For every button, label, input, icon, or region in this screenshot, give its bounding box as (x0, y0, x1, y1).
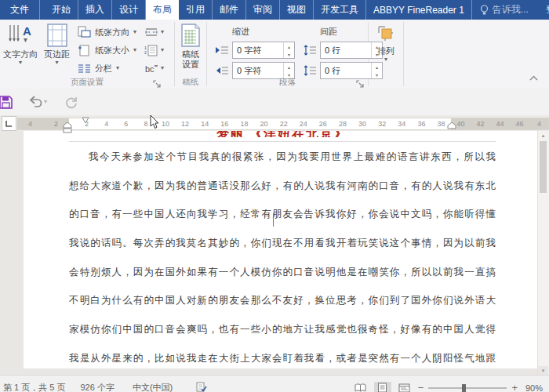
language-indicator[interactable]: 中文(中国) (133, 382, 173, 392)
chevron-up-icon (529, 75, 538, 81)
ruler-number: 42 (471, 120, 490, 128)
space-after-icon (303, 65, 317, 76)
manuscript-setup-icon (180, 24, 201, 47)
undo-button[interactable] (28, 96, 47, 108)
group-label-page-setup: 页面设置 (0, 77, 174, 88)
indent-right-input[interactable] (233, 63, 283, 78)
ruler-number: 32 (373, 120, 392, 128)
svg-text:2: 2 (144, 50, 147, 55)
ruler-number: 12 (176, 120, 195, 128)
proofing-status-icon[interactable] (196, 382, 207, 392)
tab-review[interactable]: 审阅 (246, 0, 280, 20)
right-indent-marker[interactable] (447, 122, 456, 129)
group-page-setup: A 文字方向 页边距 纸张方向 (0, 20, 174, 89)
tab-developer[interactable]: 开发工具 (314, 0, 366, 20)
undo-icon (28, 96, 42, 108)
web-layout-button[interactable] (396, 382, 413, 392)
indent-right-increase[interactable] (284, 63, 294, 71)
indent-left-icon (215, 45, 229, 56)
scrollbar-thumb[interactable] (540, 141, 547, 193)
print-layout-button[interactable] (374, 382, 391, 392)
ruler-number: 30 (353, 120, 373, 128)
space-before-input[interactable] (321, 42, 371, 58)
web-layout-icon (398, 383, 410, 392)
read-mode-icon (354, 383, 366, 392)
word-count[interactable]: 926 个字 (80, 382, 114, 392)
manuscript-setup-button[interactable]: 稿纸设置 (177, 21, 204, 78)
tab-abbyy-finereader[interactable]: ABBYY FineReader 1 (366, 0, 472, 20)
zoom-out-button[interactable]: − (418, 384, 424, 392)
margins-button[interactable]: 页边距 (41, 21, 73, 78)
read-mode-button[interactable] (352, 382, 369, 392)
tab-home[interactable]: 开始 (45, 0, 78, 20)
dropdown-icon (133, 47, 136, 53)
tab-file[interactable]: 文件 (0, 0, 40, 20)
document-line: 家模仿你们中国的口音会爽吗，也有一些小的地方让我感觉也很奇怪，好像有的中国人觉得 (69, 315, 496, 344)
indent-right-icon (215, 65, 229, 76)
hyphenation-button[interactable]: bc (144, 60, 164, 76)
ruler-number: 20 (254, 120, 274, 128)
indent-left-increase[interactable] (284, 42, 294, 50)
dropdown-icon (161, 65, 164, 71)
indent-left-input[interactable] (233, 42, 283, 58)
orientation-button[interactable]: 纸张方向 (78, 24, 136, 40)
hyphenation-icon: bc (144, 63, 158, 74)
ruler-number: 4 (17, 120, 43, 128)
spellcheck-icon (196, 382, 207, 392)
indent-left-field (232, 42, 295, 59)
ruler-number: 4 (529, 120, 549, 128)
document-line: 想给大家道个歉，因为我的普通话没那么好，有的人说我有河南的口音，有的人说我有东北 (69, 172, 496, 201)
ruler-number: 14 (195, 120, 215, 128)
tab-insert[interactable]: 插入 (78, 0, 112, 20)
dialog-launcher-icon (153, 80, 162, 89)
hanging-indent-marker[interactable] (63, 122, 72, 133)
space-after-input[interactable] (321, 63, 371, 78)
document-line: 我说的话吗。每次弄的我莫名其妙的，你们现在不用看我开着玩笑说这个事情，因为以前我 (69, 229, 496, 258)
scroll-up-arrow[interactable] (538, 131, 548, 140)
scroll-down-arrow[interactable] (538, 366, 548, 375)
tab-design[interactable]: 设计 (112, 0, 146, 20)
first-line-indent-marker[interactable] (82, 117, 89, 124)
title-rule (69, 141, 496, 142)
ruler-number: 44 (490, 120, 510, 128)
paper-size-button[interactable]: 纸张大小 (78, 42, 136, 58)
ruler-number: 4 (96, 120, 116, 128)
dialog-launcher-icon (356, 80, 365, 89)
dropdown-icon (161, 29, 164, 35)
indent-column: 缩进 (215, 26, 295, 82)
zoom-slider-thumb[interactable] (462, 384, 466, 392)
print-layout-icon (377, 383, 387, 392)
page-indicator[interactable]: 第 1 页，共 5 页 (3, 382, 65, 392)
tab-mailings[interactable]: 邮件 (213, 0, 246, 20)
undo-dropdown-icon[interactable] (44, 99, 47, 105)
ruler-number: 36 (412, 120, 431, 128)
tab-view[interactable]: 视图 (280, 0, 314, 20)
arrange-icon (376, 24, 396, 44)
document-page[interactable]: 梦丽 《洋妞在北京》 我今天来参加这个节目我真的很紧张，因为我要用世界上最难的语… (24, 131, 542, 368)
zoom-in-button[interactable]: + (511, 384, 518, 392)
zoom-slider[interactable] (428, 387, 507, 389)
page-setup-dialog-launcher[interactable] (153, 78, 162, 86)
sign-in-button[interactable]: 登录 (536, 0, 549, 20)
tab-layout[interactable]: 布局 (146, 0, 179, 20)
zoom-level[interactable]: 90% (525, 383, 543, 392)
redo-button[interactable] (64, 96, 78, 109)
ruler-scale[interactable]: 42 2468101214161820222426283032343638 40… (17, 118, 549, 130)
arrange-button[interactable]: 排列 (373, 21, 399, 78)
collapse-ribbon-button[interactable] (529, 70, 538, 84)
save-button[interactable] (0, 96, 13, 109)
line-numbers-button[interactable]: 12 (144, 42, 164, 58)
text-direction-button[interactable]: A 文字方向 (0, 21, 41, 78)
indent-left-decrease[interactable] (284, 50, 294, 58)
group-manuscript: 稿纸设置 稿纸 (175, 20, 206, 89)
tab-references[interactable]: 引用 (179, 0, 213, 20)
document-line: 我是从外星来的，比如说我走在大街上大家会盯着我看，或者是突然有一个人阴阳怪气地跟 (69, 344, 496, 368)
columns-button[interactable]: 分栏 (78, 60, 136, 76)
paragraph-dialog-launcher[interactable] (356, 78, 365, 86)
tell-me-box[interactable]: 告诉我... (472, 0, 536, 20)
vertical-scrollbar[interactable] (537, 131, 549, 375)
tab-stop-icon (5, 120, 13, 127)
breaks-button[interactable] (144, 24, 164, 40)
tab-selector[interactable] (2, 116, 16, 131)
orientation-icon (78, 26, 91, 38)
